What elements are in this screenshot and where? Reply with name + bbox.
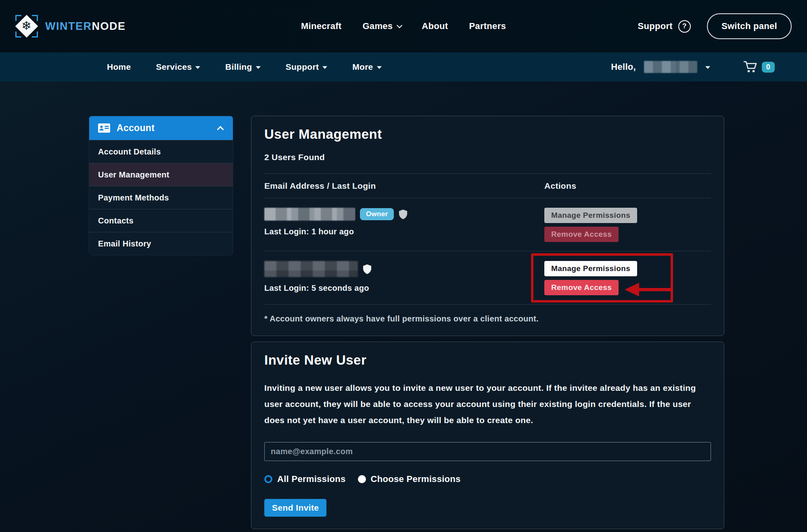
user-management-card: User Management 2 Users Found Email Addr… bbox=[251, 116, 724, 336]
brand-logo[interactable]: ❄ WINTERNODE bbox=[15, 15, 126, 38]
invite-email-input[interactable] bbox=[264, 442, 711, 461]
permissions-radio-group: All Permissions Choose Permissions bbox=[264, 474, 711, 484]
owner-badge: Owner bbox=[360, 208, 394, 220]
top-nav-games[interactable]: Games bbox=[362, 21, 401, 31]
sidebar-header-label: Account bbox=[117, 123, 155, 134]
switch-panel-button[interactable]: Switch panel bbox=[707, 13, 792, 39]
last-login-text: Last Login: 1 hour ago bbox=[264, 227, 544, 236]
send-invite-button[interactable]: Send Invite bbox=[264, 499, 326, 517]
nav-services[interactable]: Services bbox=[156, 62, 201, 72]
nav-more[interactable]: More bbox=[352, 62, 381, 72]
radio-all-permissions[interactable]: All Permissions bbox=[264, 474, 346, 484]
caret-down-icon bbox=[256, 66, 261, 69]
caret-down-icon bbox=[322, 66, 327, 69]
caret-down-icon bbox=[705, 66, 710, 69]
radio-choose-permissions[interactable]: Choose Permissions bbox=[358, 474, 461, 484]
table-row-user: Last Login: 5 seconds ago Manage Permiss… bbox=[264, 251, 711, 305]
main-nav: Home Services Billing Support More Hello… bbox=[0, 52, 807, 81]
sidebar-header-account[interactable]: Account bbox=[89, 116, 233, 140]
caret-down-icon bbox=[377, 66, 382, 69]
top-nav-about[interactable]: About bbox=[422, 21, 448, 31]
col-header-email: Email Address / Last Login bbox=[264, 181, 544, 191]
nav-support[interactable]: Support bbox=[286, 62, 328, 72]
help-question-icon: ? bbox=[678, 20, 691, 33]
top-nav-minecraft[interactable]: Minecraft bbox=[301, 21, 342, 31]
col-header-actions: Actions bbox=[544, 181, 711, 191]
shield-icon bbox=[399, 209, 408, 220]
email-redacted bbox=[264, 208, 355, 221]
support-link[interactable]: Support ? bbox=[638, 20, 691, 33]
account-sidebar: Account Account Details User Management … bbox=[89, 116, 233, 255]
email-redacted bbox=[264, 261, 358, 277]
nav-billing[interactable]: Billing bbox=[225, 62, 260, 72]
cart-count-badge: 0 bbox=[762, 62, 775, 73]
page-title: User Management bbox=[264, 127, 711, 142]
snowflake-glyph: ❄ bbox=[21, 20, 31, 32]
sidebar-item-account-details[interactable]: Account Details bbox=[89, 140, 233, 163]
radio-selected-icon bbox=[264, 475, 272, 483]
nav-home[interactable]: Home bbox=[107, 62, 131, 72]
caret-down-icon bbox=[195, 66, 200, 69]
greeting-text: Hello, bbox=[611, 62, 636, 72]
invite-new-user-card: Invite New User Inviting a new user allo… bbox=[251, 342, 724, 529]
invite-title: Invite New User bbox=[264, 353, 711, 368]
top-nav-partners[interactable]: Partners bbox=[469, 21, 506, 31]
top-nav: Minecraft Games About Partners bbox=[301, 21, 506, 31]
manage-permissions-button[interactable]: Manage Permissions bbox=[544, 261, 637, 276]
chevron-up-icon bbox=[217, 126, 224, 133]
chevron-down-icon bbox=[397, 23, 402, 28]
sidebar-item-payment-methods[interactable]: Payment Methods bbox=[89, 186, 233, 209]
cart-icon bbox=[743, 61, 758, 73]
account-menu[interactable]: Hello, bbox=[611, 61, 710, 73]
users-table: Email Address / Last Login Actions Owner bbox=[264, 173, 711, 305]
top-header: ❄ WINTERNODE Minecraft Games About Partn… bbox=[0, 0, 807, 52]
remove-access-button-owner[interactable]: Remove Access bbox=[544, 227, 619, 242]
manage-permissions-button-owner[interactable]: Manage Permissions bbox=[544, 208, 637, 223]
sidebar-item-user-management[interactable]: User Management bbox=[89, 163, 233, 186]
sidebar-item-contacts[interactable]: Contacts bbox=[89, 209, 233, 232]
brand-name: WINTERNODE bbox=[45, 20, 126, 33]
username-redacted bbox=[644, 61, 697, 73]
sidebar-item-email-history[interactable]: Email History bbox=[89, 232, 233, 255]
shield-icon bbox=[363, 264, 372, 275]
last-login-text: Last Login: 5 seconds ago bbox=[264, 284, 544, 293]
users-found-count: 2 Users Found bbox=[264, 152, 711, 162]
cart-button[interactable]: 0 bbox=[743, 61, 775, 73]
snowflake-logo-icon: ❄ bbox=[15, 15, 38, 38]
remove-access-button[interactable]: Remove Access bbox=[544, 280, 619, 295]
id-card-icon bbox=[98, 123, 110, 133]
owner-permissions-footnote: * Account owners always have full permis… bbox=[264, 314, 711, 323]
table-row-owner: Owner Last Login: 1 hour ago Manage Perm… bbox=[264, 198, 711, 251]
invite-description: Inviting a new user allows you to invite… bbox=[264, 380, 711, 428]
radio-unselected-icon bbox=[358, 475, 366, 483]
